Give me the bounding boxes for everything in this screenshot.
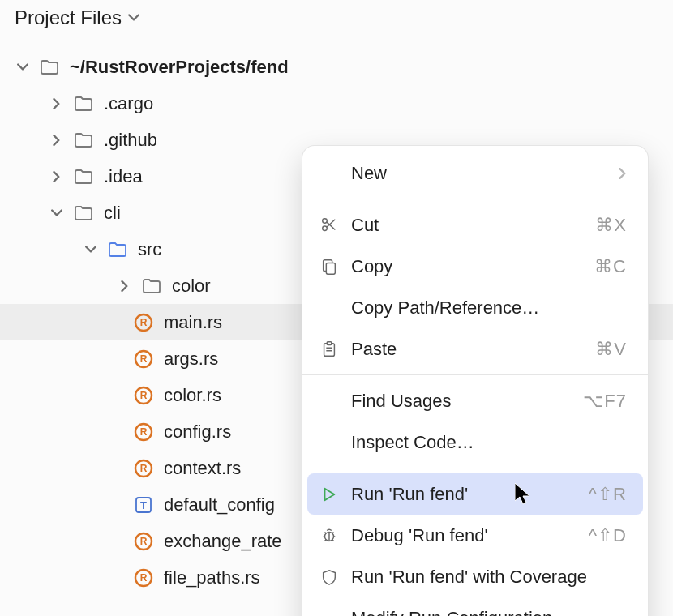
folder-icon	[73, 93, 94, 114]
rust-file-icon	[133, 421, 154, 443]
menu-run[interactable]: Run 'Run fend' ^⇧R	[307, 473, 643, 515]
tree-item-label: .cargo	[104, 93, 153, 114]
folder-icon	[39, 57, 60, 78]
menu-shortcut: ⌘C	[594, 256, 627, 277]
menu-modify-run-config[interactable]: Modify Run Configuration…	[307, 597, 643, 616]
bug-icon	[319, 527, 340, 545]
folder-icon	[73, 203, 94, 224]
menu-shortcut: ⌥F7	[583, 391, 627, 412]
tree-item-label: context.rs	[164, 458, 241, 479]
menu-cut[interactable]: Cut ⌘X	[307, 204, 643, 246]
folder-icon	[107, 239, 128, 260]
menu-item-label: Modify Run Configuration…	[351, 608, 627, 617]
rust-file-icon	[133, 567, 154, 588]
rust-file-icon	[133, 531, 154, 552]
chevron-right-icon[interactable]	[50, 171, 63, 182]
chevron-right-icon[interactable]	[118, 280, 131, 292]
menu-item-label: Cut	[351, 215, 584, 236]
menu-copy-path[interactable]: Copy Path/Reference…	[307, 287, 643, 328]
tree-root[interactable]: ~/RustRoverProjects/fend	[0, 49, 673, 85]
menu-item-label: Paste	[351, 339, 584, 360]
menu-separator	[302, 468, 648, 468]
rust-file-icon	[133, 312, 154, 333]
text-file-icon	[133, 494, 154, 515]
menu-paste[interactable]: Paste ⌘V	[307, 328, 643, 370]
folder-icon	[73, 130, 94, 151]
chevron-down-icon[interactable]	[84, 246, 97, 254]
menu-item-label: Debug 'Run fend'	[351, 525, 577, 546]
menu-item-label: Run 'Run fend' with Coverage	[351, 567, 627, 588]
tree-item-label: color	[172, 276, 211, 297]
tree-item-label: src	[138, 239, 161, 260]
chevron-down-icon	[128, 14, 139, 22]
play-icon	[319, 486, 340, 503]
menu-inspect-code[interactable]: Inspect Code…	[307, 421, 643, 463]
menu-shortcut: ⌘X	[595, 215, 627, 236]
tree-item-label: exchange_rate	[164, 531, 282, 552]
rust-file-icon	[133, 349, 154, 370]
chevron-right-icon[interactable]	[50, 135, 63, 146]
menu-shortcut: ^⇧D	[589, 525, 627, 546]
panel-title: Project Files	[15, 6, 122, 29]
menu-shortcut: ^⇧R	[589, 484, 627, 505]
tree-item-label: color.rs	[164, 385, 221, 406]
folder-icon	[141, 276, 162, 297]
chevron-right-icon[interactable]	[50, 98, 63, 109]
menu-debug[interactable]: Debug 'Run fend' ^⇧D	[307, 515, 643, 556]
tree-root-label: ~/RustRoverProjects/fend	[70, 57, 289, 78]
tree-folder-cargo[interactable]: .cargo	[0, 85, 673, 122]
chevron-right-icon	[619, 163, 627, 184]
chevron-down-icon[interactable]	[16, 63, 29, 71]
menu-item-label: New	[351, 163, 607, 184]
menu-shortcut: ⌘V	[595, 339, 627, 360]
project-files-header[interactable]: Project Files	[0, 0, 673, 34]
menu-item-label: Copy Path/Reference…	[351, 297, 627, 319]
rust-file-icon	[133, 385, 154, 406]
menu-separator	[302, 199, 648, 199]
menu-separator	[302, 374, 648, 375]
shield-icon	[319, 568, 340, 586]
tree-item-label: default_config	[164, 494, 275, 515]
menu-item-label: Copy	[351, 256, 583, 277]
tree-item-label: args.rs	[164, 349, 218, 370]
context-menu: New Cut ⌘X Copy ⌘C Copy Path/Reference… …	[302, 145, 649, 616]
rust-file-icon	[133, 458, 154, 479]
clipboard-icon	[319, 340, 340, 358]
menu-item-label: Run 'Run fend'	[351, 484, 577, 505]
scissors-icon	[319, 216, 340, 234]
folder-icon	[73, 166, 94, 187]
tree-item-label: main.rs	[164, 312, 222, 333]
tree-item-label: config.rs	[164, 421, 231, 443]
menu-find-usages[interactable]: Find Usages ⌥F7	[307, 380, 643, 421]
tree-item-label: file_paths.rs	[164, 567, 260, 588]
menu-item-label: Find Usages	[351, 391, 572, 412]
tree-item-label: .github	[104, 130, 157, 151]
copy-icon	[319, 258, 340, 276]
menu-copy[interactable]: Copy ⌘C	[307, 246, 643, 287]
menu-item-label: Inspect Code…	[351, 432, 627, 453]
menu-new[interactable]: New	[307, 152, 643, 194]
chevron-down-icon[interactable]	[50, 209, 63, 217]
tree-item-label: cli	[104, 203, 121, 224]
tree-item-label: .idea	[104, 166, 143, 187]
menu-run-coverage[interactable]: Run 'Run fend' with Coverage	[307, 556, 643, 597]
